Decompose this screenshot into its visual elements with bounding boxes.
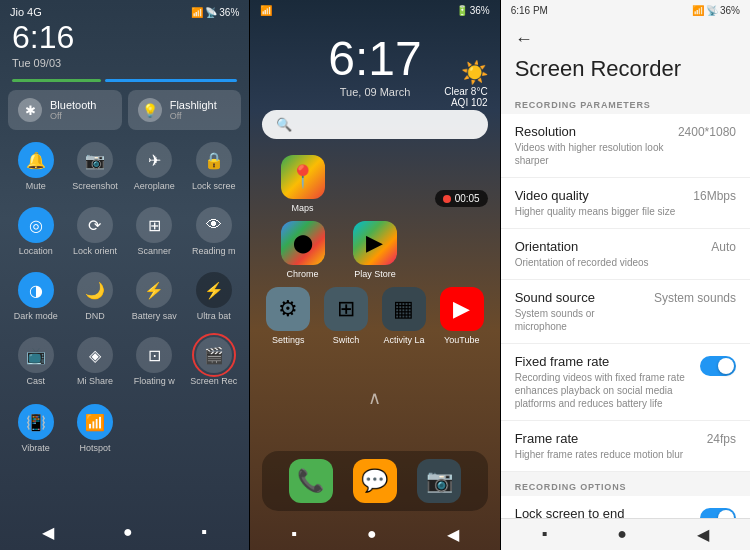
vibrate-label: Vibrate bbox=[12, 443, 59, 453]
soundsource-sub: System sounds or microphone bbox=[515, 307, 646, 333]
hotspot-btn[interactable]: 📶 Hotspot bbox=[67, 398, 122, 459]
hotspot-label: Hotspot bbox=[71, 443, 118, 453]
batterysave-icon: ⚡ bbox=[136, 272, 172, 308]
p2-nav-back[interactable]: ◀ bbox=[447, 525, 459, 544]
empty-app-1 bbox=[343, 155, 407, 213]
videoquality-value: 16Mbps bbox=[693, 189, 736, 203]
p1-volume-bar[interactable] bbox=[105, 79, 238, 82]
p3-title-container: Screen Recorder bbox=[501, 56, 750, 90]
rec-dot bbox=[443, 195, 451, 203]
p3-time: 6:16 PM bbox=[511, 5, 548, 16]
reading-btn[interactable]: 👁 Reading m bbox=[186, 201, 241, 262]
dnd-btn[interactable]: 🌙 DND bbox=[67, 266, 122, 327]
p3-nav-home[interactable]: ● bbox=[617, 525, 627, 544]
p2-aqi: AQI 102 bbox=[444, 97, 487, 108]
screenshot-icon: 📷 bbox=[77, 142, 113, 178]
playstore-label: Play Store bbox=[354, 269, 396, 279]
p3-nav-recent[interactable]: ▪ bbox=[542, 525, 548, 544]
flashlight-tile[interactable]: 💡 Flashlight Off bbox=[128, 90, 242, 130]
framerate-setting[interactable]: Frame rate Higher frame rates reduce mot… bbox=[501, 421, 750, 472]
p2-signal-icon: 📶 bbox=[260, 5, 272, 16]
home-screen-panel: 📶 🔋 36% 6:17 Tue, 09 March ☀️ Clear 8°C … bbox=[250, 0, 499, 550]
p1-brightness-bar[interactable] bbox=[12, 79, 101, 82]
fixedframerate-setting[interactable]: Fixed frame rate Recording videos with f… bbox=[501, 344, 750, 421]
batterysave-btn[interactable]: ⚡ Battery sav bbox=[127, 266, 182, 327]
p2-nav-home[interactable]: ● bbox=[367, 525, 377, 544]
p3-status-bar: 6:16 PM 📶 📡 36% bbox=[501, 0, 750, 21]
p1-clock: 6:16 bbox=[0, 20, 249, 55]
chrome-app[interactable]: ⬤ Chrome bbox=[270, 221, 334, 279]
p2-nav-recent[interactable]: ▪ bbox=[291, 525, 297, 544]
p2-status-bar: 📶 🔋 36% bbox=[250, 0, 499, 21]
floating-btn[interactable]: ⊡ Floating w bbox=[127, 331, 182, 392]
section2-header: RECORDING OPTIONS bbox=[501, 472, 750, 496]
lockscreen-left: Lock screen to end End recording and sav… bbox=[515, 506, 692, 518]
videoquality-setting[interactable]: Video quality Higher quality means bigge… bbox=[501, 178, 750, 229]
hotspot-icon: 📶 bbox=[77, 404, 113, 440]
screenrec-btn[interactable]: 🎬 Screen Rec bbox=[186, 331, 241, 392]
framerate-left: Frame rate Higher frame rates reduce mot… bbox=[515, 431, 699, 461]
bluetooth-tile[interactable]: ✱ Bluetooth Off bbox=[8, 90, 122, 130]
ultrabat-btn[interactable]: ⚡ Ultra bat bbox=[186, 266, 241, 327]
soundsource-setting[interactable]: Sound source System sounds or microphone… bbox=[501, 280, 750, 344]
resolution-title: Resolution bbox=[515, 124, 670, 139]
p2-app-grid-row2: ⬤ Chrome ▶ Play Store bbox=[250, 217, 499, 283]
activity-icon: ▦ bbox=[382, 287, 426, 331]
maps-app[interactable]: 📍 Maps bbox=[270, 155, 334, 213]
p1-progress-bars bbox=[0, 75, 249, 90]
recording-indicator: 00:05 bbox=[435, 190, 488, 207]
playstore-app[interactable]: ▶ Play Store bbox=[343, 221, 407, 279]
lockorient-btn[interactable]: ⟳ Lock orient bbox=[67, 201, 122, 262]
aeroplane-icon: ✈ bbox=[136, 142, 172, 178]
p1-nav-back[interactable]: ◀ bbox=[42, 523, 54, 542]
settings-app[interactable]: ⚙ Settings bbox=[262, 287, 314, 345]
aeroplane-label: Aeroplane bbox=[131, 181, 178, 191]
screenrec-icon: 🎬 bbox=[196, 337, 232, 373]
vibrate-btn[interactable]: 📳 Vibrate bbox=[8, 398, 63, 459]
scanner-btn[interactable]: ⊞ Scanner bbox=[127, 201, 182, 262]
orientation-setting[interactable]: Orientation Orientation of recorded vide… bbox=[501, 229, 750, 280]
p1-nav-recent[interactable]: ▪ bbox=[201, 523, 207, 542]
p1-quick-tiles: ✱ Bluetooth Off 💡 Flashlight Off bbox=[0, 90, 249, 136]
messages-dock[interactable]: 💬 bbox=[353, 459, 397, 503]
chrome-icon: ⬤ bbox=[281, 221, 325, 265]
framerate-value: 24fps bbox=[707, 432, 736, 446]
screenshot-label: Screenshot bbox=[71, 181, 118, 191]
camera-dock[interactable]: 📷 bbox=[417, 459, 461, 503]
activity-app[interactable]: ▦ Activity La bbox=[378, 287, 430, 345]
flashlight-status: Off bbox=[170, 111, 217, 121]
youtube-app[interactable]: ▶ YouTube bbox=[436, 287, 488, 345]
p3-nav-back[interactable]: ◀ bbox=[697, 525, 709, 544]
p1-battery: 36% bbox=[219, 7, 239, 18]
darkmode-btn[interactable]: ◑ Dark mode bbox=[8, 266, 63, 327]
lockscreen-setting[interactable]: Lock screen to end End recording and sav… bbox=[501, 496, 750, 518]
screenshot-btn[interactable]: 📷 Screenshot bbox=[67, 136, 122, 197]
lockscreen-toggle[interactable] bbox=[700, 508, 736, 518]
aeroplane-btn[interactable]: ✈ Aeroplane bbox=[127, 136, 182, 197]
back-button[interactable]: ← bbox=[515, 29, 533, 50]
lockscreen-btn[interactable]: 🔒 Lock scree bbox=[186, 136, 241, 197]
fixedframerate-toggle[interactable] bbox=[700, 356, 736, 376]
cast-btn[interactable]: 📺 Cast bbox=[8, 331, 63, 392]
p2-battery-val: 36% bbox=[470, 5, 490, 16]
orientation-left: Orientation Orientation of recorded vide… bbox=[515, 239, 704, 269]
bluetooth-status: Off bbox=[50, 111, 96, 121]
p1-signal-icon: 📶 bbox=[191, 7, 203, 18]
switch-app[interactable]: ⊞ Switch bbox=[320, 287, 372, 345]
resolution-setting[interactable]: Resolution Videos with higher resolution… bbox=[501, 114, 750, 178]
p2-search-bar[interactable]: 🔍 bbox=[262, 110, 487, 139]
mishare-btn[interactable]: ◈ Mi Share bbox=[67, 331, 122, 392]
maps-label: Maps bbox=[292, 203, 314, 213]
location-btn[interactable]: ◎ Location bbox=[8, 201, 63, 262]
phone-dock[interactable]: 📞 bbox=[289, 459, 333, 503]
soundsource-title: Sound source bbox=[515, 290, 646, 305]
p2-weather: ☀️ Clear 8°C AQI 102 bbox=[444, 60, 487, 108]
p2-weather-icon: ☀️ bbox=[444, 60, 487, 86]
lockorient-label: Lock orient bbox=[71, 246, 118, 256]
videoquality-left: Video quality Higher quality means bigge… bbox=[515, 188, 686, 218]
p1-carrier: Jio 4G bbox=[10, 6, 42, 18]
p1-nav-home[interactable]: ● bbox=[123, 523, 133, 542]
videoquality-title: Video quality bbox=[515, 188, 686, 203]
scanner-label: Scanner bbox=[131, 246, 178, 256]
mute-btn[interactable]: 🔔 Mute bbox=[8, 136, 63, 197]
